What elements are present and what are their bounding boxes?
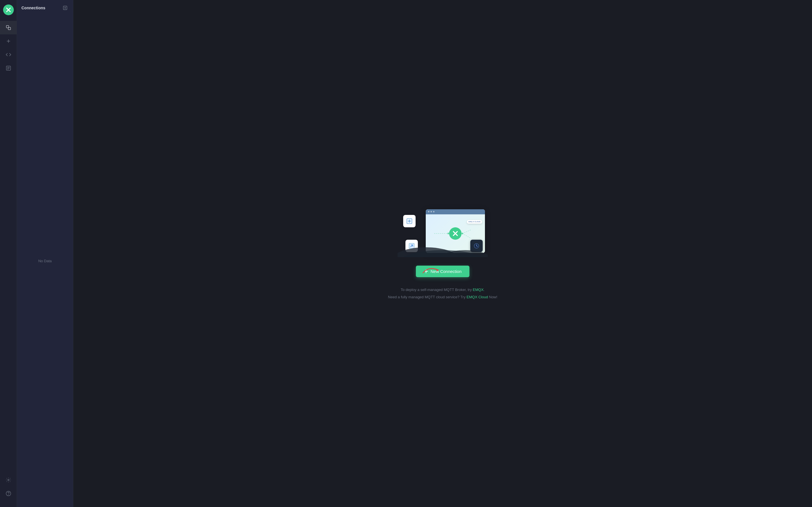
sidebar-item-add[interactable] xyxy=(0,34,17,48)
illustration: EMQ X CLOUD xyxy=(398,207,488,257)
promo-line1-prefix: To deploy a self-managed MQTT Broker, tr… xyxy=(401,288,473,292)
hills-svg xyxy=(398,246,488,257)
add-connection-button[interactable] xyxy=(62,4,68,11)
scripts-icon xyxy=(6,65,11,71)
logo-area xyxy=(3,4,14,15)
bottom-nav-group xyxy=(6,473,11,500)
promo-line2-prefix: Need a fully managed MQTT cloud service?… xyxy=(388,295,467,299)
svg-point-10 xyxy=(8,495,8,495)
icon-sidebar xyxy=(0,0,17,507)
sidebar-item-scripts[interactable] xyxy=(0,61,17,75)
add-connection-icon xyxy=(63,6,67,10)
promo-line1-suffix: . xyxy=(484,288,485,292)
promo-line2: Need a fully managed MQTT cloud service?… xyxy=(388,293,497,301)
button-area: New Connection xyxy=(398,266,488,285)
svg-line-18 xyxy=(462,233,471,238)
promo-line2-suffix: Now! xyxy=(488,295,497,299)
card-logo-icon xyxy=(452,230,459,237)
arrow-svg xyxy=(420,265,443,276)
plus-square-icon xyxy=(406,218,412,224)
sidebar-item-help[interactable] xyxy=(6,487,11,500)
promo-line1: To deploy a self-managed MQTT Broker, tr… xyxy=(388,286,497,293)
code-icon xyxy=(6,52,11,57)
help-icon xyxy=(6,491,11,496)
connections-header: Connections xyxy=(17,0,73,15)
card-titlebar xyxy=(426,209,485,214)
svg-point-8 xyxy=(8,480,9,481)
float-card-left-top xyxy=(403,215,416,227)
promo-text: To deploy a self-managed MQTT Broker, tr… xyxy=(388,286,497,301)
app-logo[interactable] xyxy=(3,4,14,15)
no-data-label: No Data xyxy=(17,15,73,507)
main-content: EMQ X CLOUD xyxy=(73,0,812,507)
sidebar-item-code[interactable] xyxy=(0,48,17,61)
emqx-cloud-badge: EMQ X CLOUD xyxy=(467,220,482,224)
card-logo xyxy=(449,227,462,240)
logo-icon xyxy=(5,7,11,13)
add-icon xyxy=(6,38,11,44)
svg-line-17 xyxy=(462,230,471,233)
center-content: EMQ X CLOUD xyxy=(388,207,497,301)
connections-icon xyxy=(6,25,11,31)
svg-point-20 xyxy=(462,233,463,234)
connections-title: Connections xyxy=(21,6,45,10)
emqx-link[interactable]: EMQX xyxy=(473,288,484,292)
sidebar-item-connections[interactable] xyxy=(0,21,17,34)
settings-icon xyxy=(6,477,11,483)
connections-panel: Connections No Data xyxy=(17,0,73,507)
sidebar-item-settings[interactable] xyxy=(6,473,11,487)
emqx-cloud-link[interactable]: EMQX Cloud xyxy=(467,295,488,299)
